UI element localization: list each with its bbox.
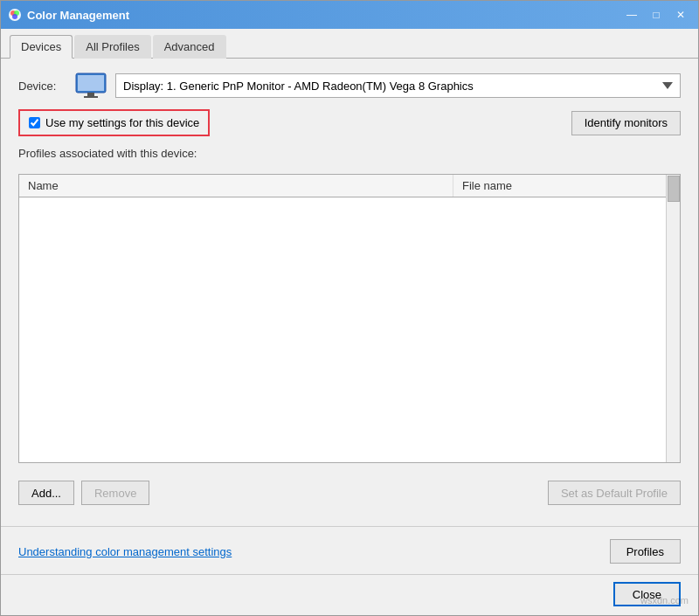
use-settings-label[interactable]: Use my settings for this device	[45, 116, 199, 129]
add-button[interactable]: Add...	[18, 481, 74, 505]
column-filename: File name	[453, 175, 680, 197]
close-footer-area: Close	[1, 574, 698, 615]
tab-advanced[interactable]: Advanced	[153, 35, 226, 59]
profiles-table: Name File name	[18, 174, 681, 463]
checkbox-identify-row: Use my settings for this device Identify…	[18, 109, 681, 136]
monitor-icon	[75, 73, 107, 99]
table-header: Name File name	[19, 175, 680, 197]
separator	[1, 526, 698, 527]
column-name: Name	[19, 175, 453, 197]
set-default-profile-button[interactable]: Set as Default Profile	[548, 481, 681, 505]
tab-devices[interactable]: Devices	[10, 35, 73, 59]
maximize-button[interactable]: □	[646, 6, 667, 24]
bottom-buttons-left: Add... Remove	[18, 481, 149, 505]
footer: Understanding color management settings …	[1, 530, 698, 574]
svg-rect-6	[87, 93, 94, 96]
use-settings-checkbox[interactable]	[29, 117, 40, 128]
color-management-window: Color Management — □ ✕ Devices All Profi…	[0, 0, 699, 616]
profiles-section-label: Profiles associated with this device:	[18, 147, 681, 160]
minimize-button[interactable]: —	[621, 6, 642, 24]
device-label: Device:	[18, 80, 66, 93]
scrollbar-thumb	[668, 176, 680, 202]
remove-button[interactable]: Remove	[81, 481, 149, 505]
understanding-link[interactable]: Understanding color management settings	[18, 545, 232, 558]
main-content: Device: Display: 1. Generic PnP Monitor …	[1, 59, 698, 523]
device-row: Device: Display: 1. Generic PnP Monitor …	[18, 73, 681, 99]
svg-point-3	[12, 14, 17, 19]
title-bar: Color Management — □ ✕	[1, 1, 698, 29]
window-title: Color Management	[27, 9, 129, 22]
title-bar-left: Color Management	[8, 8, 129, 22]
table-body	[19, 197, 680, 390]
svg-rect-5	[78, 75, 104, 91]
tab-bar: Devices All Profiles Advanced	[1, 29, 698, 59]
color-management-icon	[8, 8, 22, 22]
vertical-scrollbar[interactable]	[666, 175, 680, 462]
svg-rect-7	[84, 96, 98, 98]
tab-all-profiles[interactable]: All Profiles	[74, 35, 150, 59]
profiles-button[interactable]: Profiles	[610, 539, 681, 564]
identify-monitors-button[interactable]: Identify monitors	[571, 111, 681, 135]
watermark: wsxdn.com	[640, 595, 689, 606]
checkbox-container: Use my settings for this device	[18, 109, 210, 136]
device-select[interactable]: Display: 1. Generic PnP Monitor - AMD Ra…	[115, 73, 681, 98]
bottom-buttons: Add... Remove Set as Default Profile	[18, 474, 681, 509]
title-bar-controls: — □ ✕	[621, 6, 691, 24]
close-title-button[interactable]: ✕	[670, 6, 691, 24]
